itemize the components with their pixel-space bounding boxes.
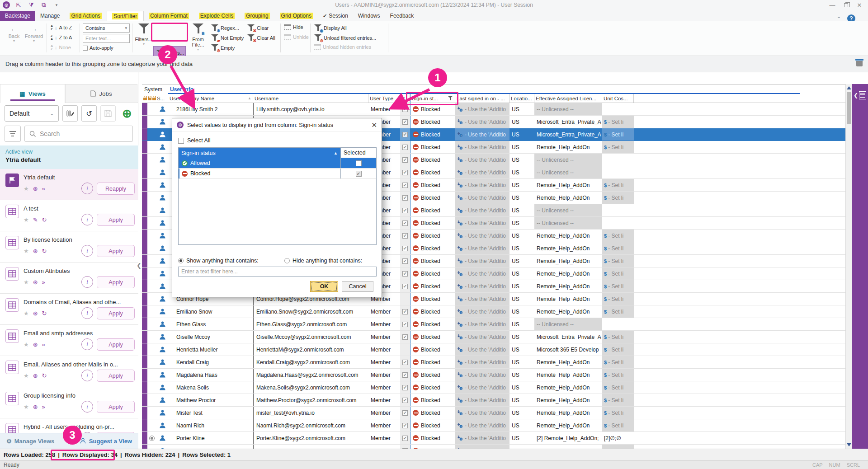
cell-location[interactable]: US xyxy=(509,154,534,166)
row-handle[interactable] xyxy=(142,318,147,330)
column-header-display-name[interactable]: User Display Name▲ xyxy=(168,94,253,103)
row-handle[interactable] xyxy=(142,305,147,318)
cell-signin-status[interactable]: Blocked xyxy=(410,128,455,141)
cell-signin-status[interactable]: Blocked xyxy=(410,331,455,343)
view-item-domains-of-email-aliases-and-o[interactable]: Domains of Email, Aliases and othe...★⊛↻… xyxy=(0,294,138,325)
unhide-rows-button[interactable]: Unhide xyxy=(284,34,309,40)
dialog-row-allowed[interactable]: ✔Allowed xyxy=(179,158,376,169)
cell-signin-status[interactable]: Blocked xyxy=(410,445,455,449)
cell-signin-status[interactable]: Blocked xyxy=(410,166,455,178)
cell-checkbox[interactable]: ✔ xyxy=(400,128,410,141)
view-info-button[interactable]: i xyxy=(81,183,93,194)
cell-user-type[interactable]: Member xyxy=(368,356,400,368)
cell-unit-cost[interactable] xyxy=(602,318,634,330)
cell-signin-status[interactable]: Blocked xyxy=(410,305,455,318)
cell-signin-status[interactable]: Blocked xyxy=(410,116,455,128)
view-info-button[interactable]: i xyxy=(81,307,93,319)
cell-location[interactable]: US xyxy=(509,432,534,444)
cell-signin-status[interactable]: Blocked xyxy=(410,255,455,267)
cell-location[interactable]: US xyxy=(509,128,534,141)
cell-checkbox[interactable]: ✔ xyxy=(400,331,410,343)
auto-apply-checkbox[interactable]: Auto-apply xyxy=(83,45,113,51)
cell-signin-status[interactable]: Blocked xyxy=(410,394,455,406)
cell-checkbox[interactable]: ✔ xyxy=(400,179,410,191)
dialog-selected-cell[interactable]: ✔ xyxy=(340,169,376,178)
cell-license[interactable]: Remote_Help_AddOn xyxy=(534,242,602,254)
table-row-giselle-mccoy[interactable]: Giselle MccoyGiselle.Mccoy@sygx2.onmicro… xyxy=(142,331,845,343)
cancel-button[interactable]: Cancel xyxy=(342,281,373,292)
cell-location[interactable]: US xyxy=(509,242,534,254)
cell-last-signed-in[interactable]: i- Use the 'Additio xyxy=(455,381,509,394)
cell-license[interactable]: -- Unlicensed -- xyxy=(534,204,602,216)
table-row-magdalena-haas[interactable]: Magdalena HaasMagdalena.Haas@sygx2.onmic… xyxy=(142,369,845,381)
cell-unit-cost[interactable]: $- Set li xyxy=(602,242,634,254)
radio-hide-contains[interactable]: Hide anything that contains: xyxy=(284,258,362,264)
view-item-custom-attributes[interactable]: Custom Attributes★⊛»iApply xyxy=(0,263,138,294)
cell-location[interactable]: US xyxy=(509,255,534,267)
add-view-button[interactable]: ⊕ xyxy=(119,105,135,122)
row-handle[interactable] xyxy=(142,445,147,449)
cell-checkbox[interactable]: ✔ xyxy=(400,394,410,406)
view-info-button[interactable]: i xyxy=(81,370,93,381)
cell-user-type[interactable]: Member xyxy=(368,445,400,449)
cell-unit-cost[interactable]: $- Set li xyxy=(602,141,634,153)
cell-unit-cost[interactable]: $- Set li xyxy=(602,381,634,394)
row-handle[interactable] xyxy=(142,192,147,204)
scrollbar-thumb[interactable] xyxy=(847,92,851,124)
cell-license[interactable]: Remote_Help_AddOn xyxy=(534,356,602,368)
filter-check-icon[interactable]: ⧩ xyxy=(27,1,35,9)
row-handle[interactable] xyxy=(142,128,147,141)
cell-license[interactable]: Remote_Help_AddOn xyxy=(534,394,602,406)
cell-license[interactable]: Microsoft_Entra_Private_A xyxy=(534,128,602,141)
cell-location[interactable]: US xyxy=(509,179,534,191)
cell-last-signed-in[interactable]: i- Use the 'Additio xyxy=(455,230,509,242)
cell-user-type[interactable]: Member xyxy=(368,369,400,381)
dialog-column-selected[interactable]: Selected xyxy=(340,148,376,158)
cell-license[interactable]: Remote_Help_AddOn xyxy=(534,141,602,153)
cell-checkbox[interactable]: ✔ xyxy=(400,356,410,368)
apply-view-button[interactable]: Apply xyxy=(97,338,135,351)
cell-signin-status[interactable]: Blocked xyxy=(410,192,455,204)
table-row-naomi-rich[interactable]: Naomi RichNaomi.Rich@sygx2.onmicrosoft.c… xyxy=(142,419,845,432)
row-handle[interactable] xyxy=(142,154,147,166)
cell-license[interactable]: Remote_Help_AddOn xyxy=(534,293,602,305)
row-handle[interactable] xyxy=(142,230,147,242)
cell-location[interactable]: US xyxy=(509,419,534,431)
view-info-button[interactable]: i xyxy=(81,276,93,288)
dialog-row-blocked[interactable]: Blocked✔ xyxy=(179,169,376,179)
cell-display-name[interactable]: Porter Kline xyxy=(168,432,253,444)
scroll-up-icon[interactable] xyxy=(847,86,851,89)
cell-display-name[interactable] xyxy=(168,445,253,449)
cell-username[interactable]: HenriettaM@sygx2.onmicrosoft.com xyxy=(253,343,368,356)
cell-username[interactable]: Magdalena.Haas@sygx2.onmicrosoft.com xyxy=(253,369,368,381)
tab-sort-filter[interactable]: Sort/Filter xyxy=(107,11,144,21)
dialog-value-cell[interactable]: ✔Allowed xyxy=(179,158,340,168)
cell-user-type[interactable]: Member xyxy=(368,318,400,330)
column-header-signin-status[interactable]: Sign-in st... xyxy=(410,94,455,103)
apply-view-button[interactable]: Apply xyxy=(97,401,135,413)
cell-signin-status[interactable]: Blocked xyxy=(410,343,455,356)
cell-user-type[interactable]: Member xyxy=(368,343,400,356)
cell-license[interactable]: -- Unlicensed -- xyxy=(534,318,602,330)
cell-checkbox[interactable]: ✔ xyxy=(400,419,410,431)
cell-location[interactable]: US xyxy=(509,394,534,406)
cell-location[interactable]: US xyxy=(509,103,534,115)
cell-signin-status[interactable]: Blocked xyxy=(410,419,455,431)
cell-location[interactable]: US xyxy=(509,116,534,128)
cell-location[interactable]: US xyxy=(509,166,534,178)
column-header-user-type[interactable]: User Type xyxy=(368,94,400,103)
cell-display-name[interactable]: Giselle Mccoy xyxy=(168,331,253,343)
cell-location[interactable]: US xyxy=(509,293,534,305)
row-handle[interactable] xyxy=(142,166,147,178)
cell-last-signed-in[interactable]: i- Use the 'Additio xyxy=(455,318,509,330)
unload-filtered-button[interactable]: ⊘Unload filtered entries... xyxy=(314,34,376,42)
dialog-value-cell[interactable]: Blocked xyxy=(179,169,340,178)
not-empty-filter-button[interactable]: ▰Not Empty xyxy=(211,34,244,42)
cell-unit-cost[interactable] xyxy=(602,154,634,166)
view-item-email-and-smtp-addresses[interactable]: Email and smtp addresses★⊛»iApply xyxy=(0,325,138,356)
cell-last-signed-in[interactable]: i- Use the 'Additio xyxy=(455,217,509,229)
cell-username[interactable]: Porter.Kline@sygx2.onmicrosoft.com xyxy=(253,432,368,444)
cell-display-name[interactable]: Matthew Proctor xyxy=(168,394,253,406)
cell-username[interactable]: mister_test@ovh.ytria.io xyxy=(253,407,368,419)
dialog-text-filter-input[interactable]: Enter a text filter here... xyxy=(178,267,377,277)
